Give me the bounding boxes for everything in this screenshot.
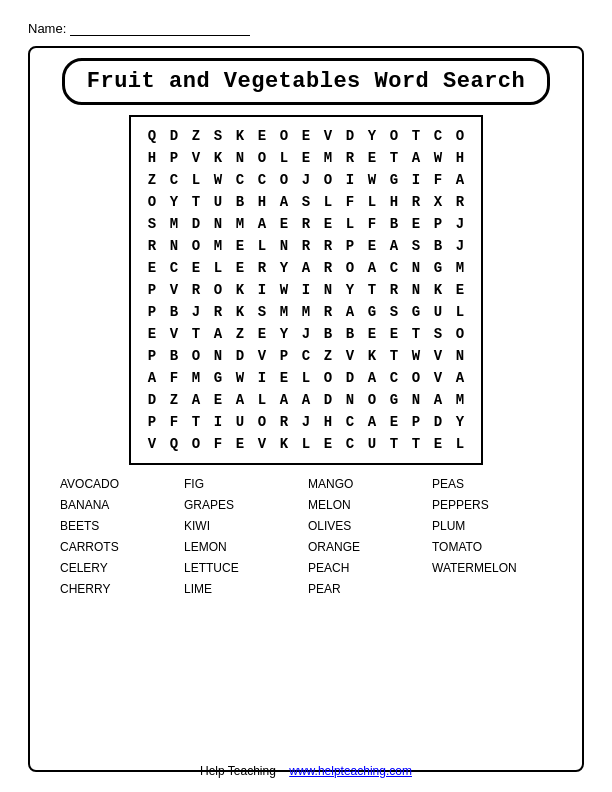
cell-7-14: E xyxy=(449,279,471,301)
cell-4-12: E xyxy=(405,213,427,235)
cell-11-14: A xyxy=(449,367,471,389)
cell-2-0: Z xyxy=(141,169,163,191)
cell-2-11: G xyxy=(383,169,405,191)
cell-1-9: R xyxy=(339,147,361,169)
cell-1-6: L xyxy=(273,147,295,169)
cell-4-13: P xyxy=(427,213,449,235)
cell-9-6: Y xyxy=(273,323,295,345)
cell-14-8: E xyxy=(317,433,339,455)
cell-1-11: T xyxy=(383,147,405,169)
cell-0-2: Z xyxy=(185,125,207,147)
cell-5-13: B xyxy=(427,235,449,257)
cell-1-4: N xyxy=(229,147,251,169)
cell-11-11: C xyxy=(383,367,405,389)
cell-3-2: T xyxy=(185,191,207,213)
word-item: AVOCADO xyxy=(60,477,180,495)
cell-11-1: F xyxy=(163,367,185,389)
cell-4-10: F xyxy=(361,213,383,235)
cell-5-14: J xyxy=(449,235,471,257)
cell-4-11: B xyxy=(383,213,405,235)
cell-2-14: A xyxy=(449,169,471,191)
cell-11-0: A xyxy=(141,367,163,389)
cell-11-8: O xyxy=(317,367,339,389)
cell-8-1: B xyxy=(163,301,185,323)
cell-6-6: Y xyxy=(273,257,295,279)
footer-link[interactable]: www.helpteaching.com xyxy=(289,764,412,778)
word-item: CHERRY xyxy=(60,582,180,600)
cell-13-0: P xyxy=(141,411,163,433)
word-item: PEACH xyxy=(308,561,428,579)
cell-8-10: G xyxy=(361,301,383,323)
word-item: LETTUCE xyxy=(184,561,304,579)
cell-7-10: T xyxy=(361,279,383,301)
cell-10-9: V xyxy=(339,345,361,367)
cell-8-11: S xyxy=(383,301,405,323)
cell-8-7: M xyxy=(295,301,317,323)
cell-5-3: M xyxy=(207,235,229,257)
word-item: FIG xyxy=(184,477,304,495)
cell-7-11: R xyxy=(383,279,405,301)
cell-1-3: K xyxy=(207,147,229,169)
cell-2-4: C xyxy=(229,169,251,191)
cell-13-2: T xyxy=(185,411,207,433)
cell-0-0: Q xyxy=(141,125,163,147)
cell-3-1: Y xyxy=(163,191,185,213)
cell-0-11: O xyxy=(383,125,405,147)
cell-10-5: V xyxy=(251,345,273,367)
cell-12-12: N xyxy=(405,389,427,411)
cell-1-13: W xyxy=(427,147,449,169)
cell-13-3: I xyxy=(207,411,229,433)
cell-0-7: E xyxy=(295,125,317,147)
cell-8-2: J xyxy=(185,301,207,323)
cell-7-5: I xyxy=(251,279,273,301)
page-title: Fruit and Vegetables Word Search xyxy=(87,69,525,94)
cell-12-10: O xyxy=(361,389,383,411)
cell-10-0: P xyxy=(141,345,163,367)
cell-5-11: A xyxy=(383,235,405,257)
cell-0-9: D xyxy=(339,125,361,147)
cell-14-6: K xyxy=(273,433,295,455)
cell-11-6: E xyxy=(273,367,295,389)
cell-8-8: R xyxy=(317,301,339,323)
word-item: TOMATO xyxy=(432,540,552,558)
cell-14-14: L xyxy=(449,433,471,455)
cell-5-7: R xyxy=(295,235,317,257)
cell-0-4: K xyxy=(229,125,251,147)
cell-10-10: K xyxy=(361,345,383,367)
cell-3-10: L xyxy=(361,191,383,213)
cell-13-1: F xyxy=(163,411,185,433)
cell-12-1: Z xyxy=(163,389,185,411)
cell-4-14: J xyxy=(449,213,471,235)
cell-13-13: D xyxy=(427,411,449,433)
word-item: WATERMELON xyxy=(432,561,552,579)
cell-11-2: M xyxy=(185,367,207,389)
cell-5-10: E xyxy=(361,235,383,257)
cell-6-5: R xyxy=(251,257,273,279)
cell-12-9: N xyxy=(339,389,361,411)
cell-14-10: U xyxy=(361,433,383,455)
footer-text: Help Teaching – xyxy=(200,764,289,778)
cell-6-9: O xyxy=(339,257,361,279)
cell-3-8: L xyxy=(317,191,339,213)
cell-14-7: L xyxy=(295,433,317,455)
cell-9-11: E xyxy=(383,323,405,345)
cell-14-0: V xyxy=(141,433,163,455)
cell-13-11: E xyxy=(383,411,405,433)
cell-9-5: E xyxy=(251,323,273,345)
cell-9-9: B xyxy=(339,323,361,345)
cell-10-12: W xyxy=(405,345,427,367)
cell-10-3: N xyxy=(207,345,229,367)
cell-12-13: A xyxy=(427,389,449,411)
cell-14-2: O xyxy=(185,433,207,455)
cell-13-7: J xyxy=(295,411,317,433)
cell-12-2: A xyxy=(185,389,207,411)
cell-7-12: N xyxy=(405,279,427,301)
cell-8-0: P xyxy=(141,301,163,323)
cell-10-4: D xyxy=(229,345,251,367)
cell-0-12: T xyxy=(405,125,427,147)
cell-13-5: O xyxy=(251,411,273,433)
cell-11-4: W xyxy=(229,367,251,389)
cell-6-4: E xyxy=(229,257,251,279)
cell-2-7: J xyxy=(295,169,317,191)
cell-2-1: C xyxy=(163,169,185,191)
